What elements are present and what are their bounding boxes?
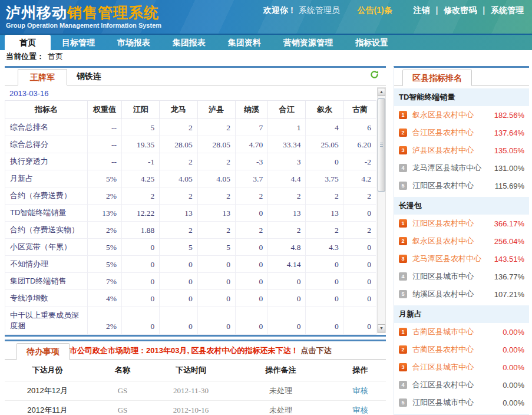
nav-tab-group-data[interactable]: 集团资料 (217, 35, 272, 50)
value-luxian: 28.05 (197, 136, 235, 153)
tab-wangpaijun[interactable]: 王牌军 (18, 69, 67, 85)
value-xuyong: 25.05 (306, 136, 343, 153)
value-jiangyang: 19.35 (122, 136, 160, 153)
nav-tab-market-reports[interactable]: 市场报表 (106, 35, 161, 50)
change-password-link[interactable]: 修改密码 (444, 5, 477, 15)
value-hejiang: 33.34 (268, 136, 306, 153)
todo-row: 2012年12月 GS 2012-11-30 未处理 审核 (5, 381, 386, 401)
rank-center-name[interactable]: 江阳区县农村中心 (412, 218, 494, 229)
rank-center-name[interactable]: 合江区县农村中心 (412, 127, 494, 138)
value-hejiang: 1 (268, 119, 306, 136)
indicator-row: 月新占 5% 4.25 4.05 4.05 3.7 4.4 3.75 4.2 (5, 170, 376, 187)
nav-tab-home[interactable]: 首页 (5, 35, 51, 50)
indicator-table: 指标名 权重值 江阳 龙马 泸县 纳溪 合江 叙永 古蔺 (5, 100, 376, 335)
value-gulin: 0 (343, 239, 376, 256)
scroll-down-arrow-icon[interactable]: ▼ (378, 324, 385, 332)
value-hejiang: 13 (268, 205, 306, 222)
value-jiangyang: 2 (122, 187, 160, 205)
header-links: 欢迎你！ 系统管理员 公告(1)条 注销 | 修改密码 | 系统管理 (263, 5, 527, 16)
rank-badge: 4 (399, 381, 407, 389)
indicator-name: 专线净增数 (5, 290, 88, 307)
rank-center-name[interactable]: 古蔺区县农村中心 (412, 344, 503, 355)
indicator-row: TD智能终端销量 13% 12.22 13 13 0 13 13 0 (5, 205, 376, 222)
rank-badge: 2 (399, 237, 407, 245)
value-longma: 2 (160, 119, 197, 136)
rank-item: 2 叙永区县农村中心 256.04% (394, 232, 529, 250)
indicator-name: 中干以上重要成员深度捆 (5, 307, 88, 335)
value-naxi: -3 (235, 153, 267, 170)
rank-center-name[interactable]: 龙马潭区县农村中心 (412, 253, 494, 264)
indicator-row: 专线净增数 4% 0 0 0 0 0 0 0 (5, 290, 376, 307)
scrollbar-thumb[interactable] (378, 98, 385, 192)
scroll-up-arrow-icon[interactable]: ▲ (378, 88, 385, 96)
rank-panel: 区县指标排名 TD智能终端销量 1 叙永区县农村中心 182.56% 2 合江区… (394, 66, 529, 415)
indicator-name: 集团TD终端销售 (5, 273, 88, 290)
value-jiangyang: -1 (122, 153, 160, 170)
value-hejiang: 2 (268, 222, 306, 239)
indicator-row: 小区宽带（年累） 5% 0 5 5 0 4.8 4.3 0 (5, 239, 376, 256)
tab-gangtielian[interactable]: 钢铁连 (67, 68, 111, 85)
notice-dispatch-link[interactable]: 点击下达 (301, 346, 332, 355)
col-indicator-name: 指标名 (5, 101, 88, 119)
app-title: 泸州移动销售管理系统 (6, 4, 161, 21)
value-hejiang: 4.4 (268, 170, 306, 187)
rank-item: 3 龙马潭区县农村中心 143.51% (394, 250, 529, 268)
value-naxi: 0 (235, 256, 267, 273)
refresh-icon[interactable] (370, 70, 379, 81)
rank-center-name[interactable]: 龙马潭区县城市中心 (412, 163, 494, 173)
rank-percentage: 0.00% (503, 328, 524, 337)
rank-badge: 1 (399, 328, 407, 336)
value-jiangyang: 5 (122, 119, 160, 136)
col-xuyong: 叙永 (306, 101, 343, 119)
rank-center-name[interactable]: 合江区县城市中心 (412, 362, 503, 373)
todo-remark: 未处理 (227, 401, 335, 415)
todo-name: GS (90, 401, 155, 415)
rank-center-name[interactable]: 合江区县农村中心 (412, 380, 503, 390)
current-user: 系统管理员 (299, 5, 340, 15)
rank-center-name[interactable]: 江阳区县城市中心 (412, 397, 503, 408)
value-longma: 5 (160, 239, 197, 256)
value-xuyong: 4 (306, 119, 343, 136)
nav-tab-target-mgmt[interactable]: 目标管理 (51, 35, 106, 50)
nav-tab-indicator-settings[interactable]: 指标设置 (344, 35, 399, 50)
audit-link[interactable]: 审核 (353, 386, 368, 395)
indicator-weight: 5% (88, 256, 122, 273)
audit-link[interactable]: 审核 (353, 406, 368, 414)
link-separator: | (435, 5, 438, 15)
announcement-link[interactable]: 公告(1)条 (358, 5, 392, 15)
value-luxian: 0 (197, 290, 235, 307)
indicator-weight: 2% (88, 307, 122, 335)
value-jiangyang: 0 (122, 307, 160, 335)
value-luxian: 13 (197, 205, 235, 222)
rank-item: 4 合江区县农村中心 0.00% (394, 376, 529, 394)
rank-center-name[interactable]: 泸县区县农村中心 (412, 145, 494, 156)
rank-center-name[interactable]: 江阳区县城市中心 (412, 271, 494, 282)
rank-center-name[interactable]: 古蔺区县城市中心 (412, 327, 503, 337)
rank-percentage: 256.04% (494, 237, 524, 246)
rank-center-name[interactable]: 叙永区县农村中心 (412, 110, 494, 120)
value-naxi: 0 (235, 273, 267, 290)
vertical-scrollbar[interactable]: ▲ ▼ (377, 87, 386, 333)
rank-center-name[interactable]: 纳溪区县农村中心 (412, 289, 494, 299)
rank-center-name[interactable]: 叙永区县农村中心 (412, 236, 494, 246)
rank-item: 2 古蔺区县农村中心 0.00% (394, 341, 529, 358)
nav-tab-marketing-resources[interactable]: 营销资源管理 (272, 35, 344, 50)
system-admin-link[interactable]: 系统管理 (491, 5, 524, 15)
indicator-panel-tabs: 王牌军 钢铁连 (5, 68, 386, 85)
value-naxi: 0 (235, 205, 267, 222)
value-hejiang: 0 (268, 307, 306, 335)
todo-month: 2012年11月 (5, 401, 90, 415)
rank-section-title: TD智能终端销量 (394, 88, 529, 106)
col-action: 操作 (335, 360, 386, 381)
logout-link[interactable]: 注销 (414, 5, 430, 15)
indicator-name: 小区宽带（年累） (5, 239, 88, 256)
value-xuyong: 0 (306, 307, 343, 335)
value-luxian: 2 (197, 187, 235, 205)
rank-center-name[interactable]: 江阳区县农村中心 (412, 180, 495, 191)
nav-tab-group-reports[interactable]: 集团报表 (161, 35, 217, 50)
notice-text: 市公司政企市场助理：2013年03月, 区县农村中心的指标还未下达！ (70, 346, 299, 355)
indicator-weight: 7% (88, 273, 122, 290)
indicator-row: 合约（存费送实物） 2% 1.88 2 2 2 2 2 2 (5, 222, 376, 239)
tab-district-ranking[interactable]: 区县指标排名 (402, 70, 472, 86)
tab-todo[interactable]: 待办事项 (16, 343, 70, 360)
